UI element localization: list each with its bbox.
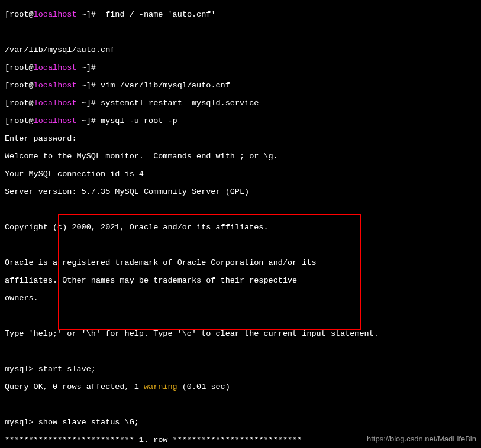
prompt-line-3: [root@localhost ~]# vim /var/lib/mysql/a… <box>5 81 476 90</box>
blank <box>5 28 476 37</box>
mysql-show-status: mysql> show slave status \G; <box>5 418 476 427</box>
trademark-3: owners. <box>5 294 476 303</box>
trademark-1: Oracle is a registered trademark of Orac… <box>5 258 476 267</box>
prompt-line-1: [root@localhost ~]# find / -name 'auto.c… <box>5 10 476 19</box>
cmd-systemctl: systemctl restart mysqld.service <box>101 99 259 108</box>
blank <box>5 400 476 409</box>
warning-text: warning <box>144 382 177 391</box>
terminal-output[interactable]: [root@localhost ~]# find / -name 'auto.c… <box>0 0 481 448</box>
blank <box>5 311 476 320</box>
prompt-line-2: [root@localhost ~]# <box>5 63 476 72</box>
prompt-open: [ <box>5 10 9 19</box>
help-hint: Type 'help;' or '\h' for help. Type '\c'… <box>5 329 476 338</box>
trademark-2: affiliates. Other names may be trademark… <box>5 276 476 285</box>
copyright: Copyright (c) 2000, 2021, Oracle and/or … <box>5 223 476 232</box>
welcome-2: Your MySQL connection id is 4 <box>5 170 476 178</box>
cmd-mysql: mysql -u root -p <box>101 116 177 125</box>
blank <box>5 241 476 249</box>
enter-password: Enter password: <box>5 134 476 143</box>
prompt-host: localhost <box>34 10 77 19</box>
cmd-vim: vim /var/lib/mysql/auto.cnf <box>101 81 230 90</box>
welcome-3: Server version: 5.7.35 MySQL Community S… <box>5 187 476 196</box>
output-path: /var/lib/mysql/auto.cnf <box>5 46 476 54</box>
blank <box>5 347 476 356</box>
cmd-find: find / -name 'auto.cnf' <box>101 10 215 19</box>
query-ok: Query OK, 0 rows affected, 1 warning (0.… <box>5 382 476 391</box>
blank <box>5 205 476 214</box>
mysql-start-slave: mysql> start slave; <box>5 365 476 374</box>
prompt-line-4: [root@localhost ~]# systemctl restart my… <box>5 99 476 108</box>
welcome-1: Welcome to the MySQL monitor. Commands e… <box>5 152 476 161</box>
prompt-user: root <box>9 10 28 19</box>
watermark-url: https://blog.csdn.net/MadLifeBin <box>367 434 476 443</box>
prompt-line-5: [root@localhost ~]# mysql -u root -p <box>5 116 476 125</box>
